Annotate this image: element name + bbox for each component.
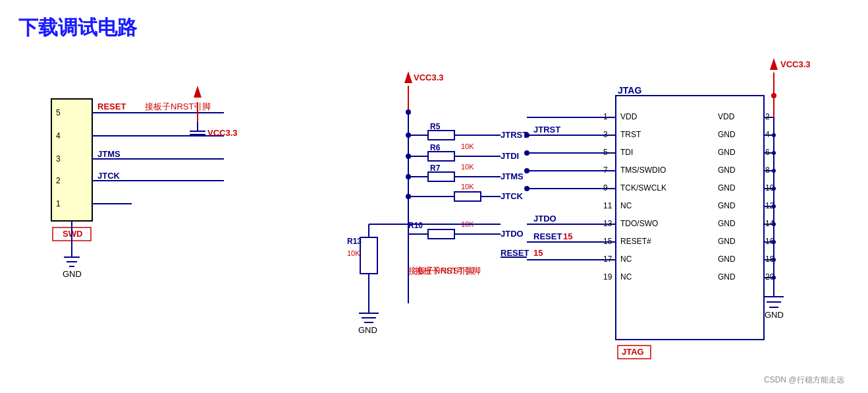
svg-text:GND: GND (358, 325, 377, 335)
svg-text:GND: GND (718, 201, 736, 210)
svg-rect-57 (454, 192, 481, 201)
svg-point-152 (772, 169, 776, 173)
svg-text:TMS/SWDIO: TMS/SWDIO (620, 166, 666, 175)
svg-text:下载调试电路: 下载调试电路 (18, 16, 138, 38)
svg-text:GND: GND (718, 183, 736, 193)
svg-text:RESET: RESET (533, 231, 562, 241)
svg-point-156 (772, 204, 776, 208)
svg-text:18: 18 (765, 255, 774, 264)
svg-text:CSDN @行稳方能走远: CSDN @行稳方能走远 (764, 375, 844, 384)
svg-text:VDD: VDD (620, 112, 637, 121)
svg-text:R6: R6 (430, 143, 441, 152)
svg-point-133 (524, 168, 529, 173)
svg-rect-86 (618, 346, 651, 359)
svg-text:10K: 10K (461, 142, 474, 150)
svg-rect-2 (51, 99, 92, 221)
svg-text:接板子NRST引脚: 接板子NRST引脚 (145, 102, 211, 111)
svg-text:GND: GND (63, 269, 82, 279)
svg-point-162 (772, 258, 776, 262)
svg-text:R10: R10 (408, 221, 423, 230)
svg-text:5: 5 (56, 108, 61, 117)
svg-rect-50 (428, 172, 454, 181)
svg-rect-73 (360, 237, 377, 274)
svg-text:12: 12 (765, 201, 774, 210)
svg-text:R5: R5 (430, 122, 441, 131)
svg-text:JTMS: JTMS (501, 171, 524, 181)
svg-rect-84 (616, 96, 764, 340)
svg-text:8: 8 (765, 166, 770, 175)
svg-point-48 (406, 154, 411, 159)
svg-text:19: 19 (603, 272, 612, 282)
svg-text:JTDO: JTDO (501, 229, 524, 239)
svg-text:TDO/SWO: TDO/SWO (620, 219, 658, 228)
svg-text:JTRST: JTRST (533, 125, 560, 135)
svg-text:JTAG: JTAG (622, 347, 644, 357)
svg-text:JTMS: JTMS (97, 149, 121, 159)
svg-text:VCC3.3: VCC3.3 (780, 59, 811, 69)
svg-point-148 (772, 133, 776, 137)
svg-text:RESET#: RESET# (620, 237, 651, 246)
svg-text:接板子NRST引脚: 接板子NRST引脚 (415, 266, 481, 276)
svg-text:3: 3 (56, 154, 61, 164)
svg-text:VCC3.3: VCC3.3 (414, 73, 444, 82)
svg-text:GND: GND (718, 219, 736, 228)
svg-point-158 (772, 222, 776, 226)
svg-point-143 (771, 93, 776, 98)
svg-text:RESET: RESET (97, 102, 126, 111)
svg-text:5: 5 (603, 148, 608, 157)
svg-rect-43 (428, 152, 454, 161)
svg-text:1: 1 (56, 199, 61, 208)
svg-text:JTCK: JTCK (97, 171, 121, 181)
svg-point-164 (772, 276, 776, 280)
svg-text:TDI: TDI (620, 148, 633, 157)
svg-point-41 (406, 133, 411, 138)
svg-marker-33 (404, 71, 412, 83)
svg-point-55 (406, 174, 411, 179)
svg-text:15: 15 (603, 237, 612, 246)
svg-point-61 (406, 194, 411, 199)
svg-text:JTRST: JTRST (501, 130, 528, 140)
svg-text:JTAG: JTAG (618, 85, 641, 96)
svg-text:NC: NC (620, 272, 632, 282)
svg-text:16: 16 (765, 237, 774, 246)
svg-point-171 (524, 133, 529, 138)
svg-text:NC: NC (620, 255, 632, 264)
svg-text:10K: 10K (347, 249, 360, 257)
svg-point-35 (406, 109, 411, 115)
svg-marker-24 (194, 86, 202, 98)
svg-text:15: 15 (563, 231, 572, 241)
svg-point-135 (524, 186, 529, 191)
svg-text:NC: NC (620, 201, 632, 210)
svg-text:GND: GND (718, 148, 736, 157)
svg-text:3: 3 (603, 130, 608, 139)
svg-text:TCK/SWCLK: TCK/SWCLK (620, 183, 666, 193)
svg-text:R13: R13 (347, 237, 362, 246)
svg-text:10K: 10K (461, 183, 474, 191)
svg-text:TRST: TRST (620, 130, 641, 139)
svg-rect-37 (428, 131, 454, 140)
svg-text:15: 15 (533, 248, 543, 258)
svg-text:9: 9 (603, 183, 608, 193)
svg-text:6: 6 (765, 148, 770, 157)
svg-text:VDD: VDD (718, 112, 735, 121)
svg-text:GND: GND (718, 272, 736, 282)
svg-text:GND: GND (765, 310, 784, 320)
svg-point-160 (772, 240, 776, 244)
svg-text:接板子NRST引脚: 接板子NRST引脚 (408, 266, 474, 276)
svg-marker-141 (770, 58, 778, 70)
svg-text:10K: 10K (461, 163, 474, 171)
svg-text:4: 4 (765, 130, 770, 139)
svg-point-131 (524, 150, 529, 156)
svg-text:RESET: RESET (501, 248, 529, 258)
svg-rect-8 (53, 227, 91, 241)
svg-text:GND: GND (718, 237, 736, 246)
svg-text:R7: R7 (430, 164, 441, 173)
svg-text:GND: GND (718, 255, 736, 264)
svg-text:GND: GND (718, 130, 736, 139)
svg-text:JTDO: JTDO (533, 214, 556, 224)
svg-text:VCC3.3: VCC3.3 (207, 128, 238, 138)
svg-text:20: 20 (765, 272, 774, 282)
svg-text:14: 14 (765, 219, 774, 228)
svg-text:11: 11 (603, 201, 612, 210)
svg-rect-63 (428, 229, 454, 239)
